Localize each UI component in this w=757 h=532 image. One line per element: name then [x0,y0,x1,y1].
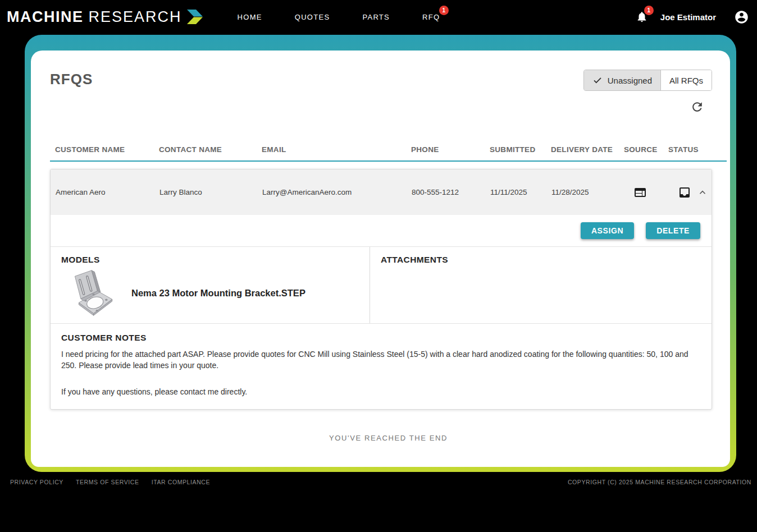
col-header-status: STATUS [668,145,727,154]
attachments-column: ATTACHMENTS [370,247,712,323]
nav-links: HOME QUOTES PARTS RFQ 1 [238,13,440,21]
rfq-table-header: CUSTOMER NAME CONTACT NAME EMAIL PHONE S… [50,145,727,162]
col-header-delivery-date: DELIVERY DATE [551,145,624,154]
nav-item-quotes[interactable]: QUOTES [295,13,330,21]
attachments-title: ATTACHMENTS [381,255,712,265]
logo-text-machine: MACHINE [7,8,84,26]
col-header-email: EMAIL [262,145,411,154]
cell-delivery-date: 11/28/2025 [551,188,624,196]
account-circle-icon[interactable] [734,10,749,25]
model-file-name: Nema 23 Motor Mounting Bracket.STEP [131,288,305,299]
rfqs-panel: RFQS Unassigned All RFQs CUSTOMER NAME C… [31,51,730,467]
model-thumbnail-bracket [61,267,115,319]
top-nav: MACHINE RESEARCH HOME QUOTES PARTS RFQ 1… [0,0,757,34]
models-attachments-section: MODELS [51,247,712,324]
footer-link-terms-of-service[interactable]: TERMS OF SERVICE [76,479,139,485]
row-action-bar: ASSIGN DELETE [51,215,712,247]
col-header-source: SOURCE [624,145,668,154]
check-icon [592,75,603,85]
cell-email: Larry@AmericanAero.com [262,188,412,196]
customer-notes-title: CUSTOMER NOTES [61,333,698,343]
col-header-submitted: SUBMITTED [490,145,551,154]
web-icon [633,186,647,199]
models-title: MODELS [61,255,370,265]
filter-all-rfqs-button[interactable]: All RFQs [661,70,712,90]
customer-notes-paragraph-1: I need pricing for the attached part ASA… [61,349,698,372]
filter-unassigned-button[interactable]: Unassigned [584,70,661,90]
col-header-contact-name: CONTACT NAME [159,145,262,154]
inbox-icon [678,186,691,199]
nav-item-parts[interactable]: PARTS [362,13,390,21]
filter-unassigned-label: Unassigned [608,76,652,85]
col-header-phone: PHONE [411,145,490,154]
model-list-item[interactable]: Nema 23 Motor Mounting Bracket.STEP [61,267,370,319]
filter-all-rfqs-label: All RFQs [669,76,703,85]
footer-link-privacy-policy[interactable]: PRIVACY POLICY [10,479,63,485]
nav-right: 1 Joe Estimator [636,10,749,25]
end-of-list-message: YOU'VE REACHED THE END [50,434,727,442]
rfq-filter-toggle: Unassigned All RFQs [583,70,712,91]
chevron-up-icon[interactable] [697,187,708,198]
machine-research-logo[interactable]: MACHINE RESEARCH [7,8,204,26]
delete-button[interactable]: DELETE [646,222,700,239]
cell-phone: 800-555-1212 [412,188,490,196]
footer-links: PRIVACY POLICY TERMS OF SERVICE ITAR COM… [10,479,210,485]
logo-text-research: RESEARCH [89,8,182,26]
nav-item-rfq-label: RFQ [422,13,440,21]
customer-notes-paragraph-2: If you have any questions, please contac… [61,387,698,398]
footer-link-itar-compliance[interactable]: ITAR COMPLIANCE [152,479,210,485]
rfq-row-card: American Aero Larry Blanco Larry@America… [50,169,712,410]
nav-item-home[interactable]: HOME [238,13,262,21]
cell-submitted: 11/11/2025 [490,188,551,196]
rfq-count-badge: 1 [439,6,449,15]
footer-copyright: COPYRIGHT (C) 2025 MACHINE RESEARCH CORP… [568,479,751,485]
nav-item-rfq[interactable]: RFQ 1 [422,13,440,21]
footer: PRIVACY POLICY TERMS OF SERVICE ITAR COM… [0,472,757,492]
logo-arrow-icon [186,9,204,25]
customer-notes-section: CUSTOMER NOTES I need pricing for the at… [51,324,712,409]
user-name: Joe Estimator [660,12,716,22]
models-column: MODELS [51,247,370,323]
notification-count-badge: 1 [644,6,654,15]
gradient-panel-border: RFQS Unassigned All RFQs CUSTOMER NAME C… [25,35,736,472]
refresh-icon[interactable] [690,100,704,114]
assign-button[interactable]: ASSIGN [581,222,634,239]
col-header-customer-name: CUSTOMER NAME [55,145,159,154]
cell-customer-name: American Aero [56,188,159,196]
notifications-button[interactable]: 1 [636,10,648,24]
rfq-table-row[interactable]: American Aero Larry Blanco Larry@America… [51,169,712,215]
cell-contact-name: Larry Blanco [159,188,262,196]
